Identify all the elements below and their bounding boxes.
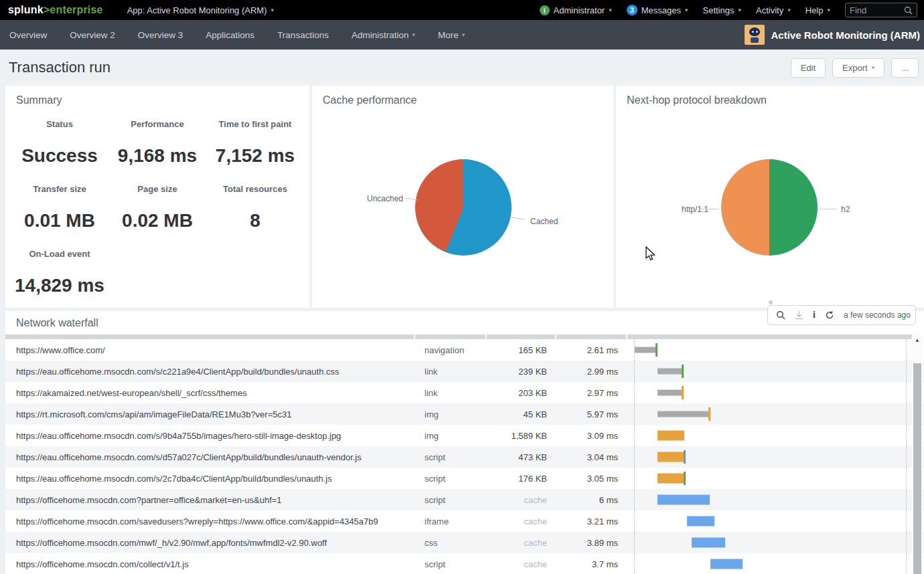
summary-metric: Transfer size0.01 MB: [11, 184, 108, 241]
nav-item-applications[interactable]: Applications: [206, 30, 254, 40]
table-row[interactable]: https://akamaized.net/west-european/shel…: [5, 382, 924, 403]
scroll-up-arrow-icon[interactable]: ▲: [912, 334, 923, 343]
waterfall-rows: https://www.office.com/navigation165 KB2…: [5, 339, 924, 574]
chevron-down-icon: ▾: [462, 31, 465, 38]
request-url[interactable]: https://eau.officehome.msocdn.com/s/c221…: [5, 367, 415, 377]
cache-pie-chart[interactable]: [415, 159, 512, 256]
gridline: [906, 532, 907, 553]
nav-item-label: Administration: [352, 30, 409, 40]
waterfall-column-headers[interactable]: [5, 334, 924, 339]
request-url[interactable]: https://akamaized.net/west-european/shel…: [5, 388, 415, 398]
request-url[interactable]: https://eau.officehome.msocdn.com/s/2c7d…: [5, 474, 415, 484]
info-badge-icon: i: [540, 5, 550, 15]
timing-bar[interactable]: [658, 390, 682, 396]
request-size: 239 KB: [487, 367, 556, 377]
nav-item-label: Overview 3: [138, 30, 183, 40]
user-menu[interactable]: i Administrator ▾: [540, 5, 612, 15]
table-row[interactable]: https://officehome.msocdn.com/collect/v1…: [5, 553, 924, 574]
table-row[interactable]: https://officehome.msocdn.com?partner=of…: [5, 489, 924, 510]
nav-item-administration[interactable]: Administration▾: [352, 30, 415, 40]
table-row[interactable]: https://eau.officehome.msocdn.com/s/9b4a…: [5, 425, 924, 446]
table-row[interactable]: https://eau.officehome.msocdn.com/s/2c7d…: [5, 468, 924, 489]
col-header-chart[interactable]: [627, 334, 923, 339]
summary-metric: On-Load event14,829 ms: [11, 249, 108, 306]
timing-bar[interactable]: [692, 538, 725, 548]
request-url[interactable]: https://eau.officehome.msocdn.com/s/d57a…: [5, 452, 415, 462]
timing-bar[interactable]: [635, 347, 656, 353]
table-row[interactable]: https://officehome.msocdn.com/mwf/_h/v2.…: [5, 532, 924, 553]
request-type: css: [415, 538, 487, 548]
timing-bar[interactable]: [658, 474, 684, 484]
timing-bar[interactable]: [658, 495, 710, 505]
nav-item-overview-2[interactable]: Overview 2: [70, 30, 115, 40]
scrollbar-thumb[interactable]: [913, 363, 921, 574]
table-row[interactable]: https://rt.microsoft.com/cms/api/am/imag…: [5, 403, 924, 425]
timing-bar[interactable]: [658, 369, 682, 375]
col-header-time[interactable]: [556, 334, 626, 339]
timing-bar[interactable]: [658, 452, 684, 462]
timing-bar[interactable]: [687, 516, 714, 527]
search-icon: [904, 6, 913, 15]
table-row[interactable]: https://officehome.msocdn.com/savedusers…: [5, 510, 924, 532]
nav-item-more[interactable]: More▾: [438, 30, 465, 40]
table-row[interactable]: https://www.office.com/navigation165 KB2…: [5, 339, 924, 361]
request-url[interactable]: https://eau.officehome.msocdn.com/s/9b4a…: [5, 431, 415, 441]
messages-count-badge: 3: [627, 5, 637, 15]
timing-bar[interactable]: [658, 411, 708, 417]
table-row[interactable]: https://eau.officehome.msocdn.com/s/c221…: [5, 361, 924, 382]
export-button[interactable]: Export ▾: [832, 58, 884, 78]
nav-item-overview-3[interactable]: Overview 3: [138, 30, 183, 40]
app-context-menu[interactable]: App: Active Robot Monitoring (ARM) ▾: [127, 5, 274, 15]
timing-bar[interactable]: [658, 431, 684, 441]
col-header-type[interactable]: [415, 334, 485, 339]
info-icon[interactable]: i: [813, 310, 816, 320]
metric-label: Time to first paint: [206, 119, 304, 129]
request-size: cache: [487, 516, 556, 527]
help-menu[interactable]: Help ▾: [805, 5, 830, 15]
activity-menu[interactable]: Activity ▾: [756, 5, 791, 15]
magnifier-icon[interactable]: [776, 310, 785, 320]
app-nav-bar: OverviewOverview 2Overview 3Applications…: [0, 20, 924, 50]
request-url[interactable]: https://officehome.msocdn.com/mwf/_h/v2.…: [5, 538, 415, 548]
timing-tick: [684, 472, 686, 485]
chevron-down-icon: ▾: [827, 7, 830, 13]
request-url[interactable]: https://officehome.msocdn.com?partner=of…: [5, 495, 415, 505]
download-icon[interactable]: [795, 310, 803, 320]
protocol-pie-chart[interactable]: [721, 159, 818, 256]
waterfall-chart-cell: [627, 553, 924, 574]
request-size: 45 KB: [487, 409, 556, 419]
settings-menu[interactable]: Settings ▾: [703, 5, 742, 15]
chevron-down-icon: ▾: [738, 7, 741, 13]
messages-menu[interactable]: 3 Messages ▾: [627, 5, 688, 15]
timing-bar[interactable]: [710, 559, 743, 569]
request-url[interactable]: https://rt.microsoft.com/cms/api/am/imag…: [5, 409, 415, 419]
col-header-size[interactable]: [487, 334, 555, 339]
metric-label: Status: [11, 119, 108, 129]
summary-metric: StatusSuccess: [11, 119, 108, 176]
metric-label: Performance: [108, 119, 206, 129]
toolbar-drag-dot: [769, 300, 773, 304]
splunk-logo[interactable]: splunk>enterprise: [8, 4, 103, 16]
timing-tick: [682, 386, 684, 399]
timing-tick: [656, 343, 658, 357]
metric-value: 0.01 MB: [11, 210, 108, 231]
find-search-input[interactable]: Find: [845, 3, 917, 17]
request-url[interactable]: https://www.office.com/: [5, 345, 415, 355]
refresh-icon[interactable]: [825, 310, 834, 320]
table-row[interactable]: https://eau.officehome.msocdn.com/s/d57a…: [5, 446, 924, 468]
nav-item-transactions[interactable]: Transactions: [277, 30, 329, 40]
request-time: 3.04 ms: [556, 452, 627, 462]
col-header-url[interactable]: [5, 334, 414, 339]
waterfall-chart-cell: [627, 361, 924, 382]
vertical-scrollbar[interactable]: ▲: [912, 334, 923, 574]
request-type: link: [415, 367, 487, 377]
summary-metric: Page size0.02 MB: [108, 184, 206, 241]
request-url[interactable]: https://officehome.msocdn.com/collect/v1…: [5, 559, 415, 569]
more-actions-button[interactable]: ...: [891, 58, 919, 78]
nav-item-overview[interactable]: Overview: [9, 30, 47, 40]
edit-button[interactable]: Edit: [791, 58, 826, 78]
request-time: 5.97 ms: [556, 409, 627, 419]
request-url[interactable]: https://officehome.msocdn.com/savedusers…: [5, 516, 415, 527]
gridline: [634, 425, 635, 446]
pie-label-cached: Cached: [530, 217, 558, 226]
